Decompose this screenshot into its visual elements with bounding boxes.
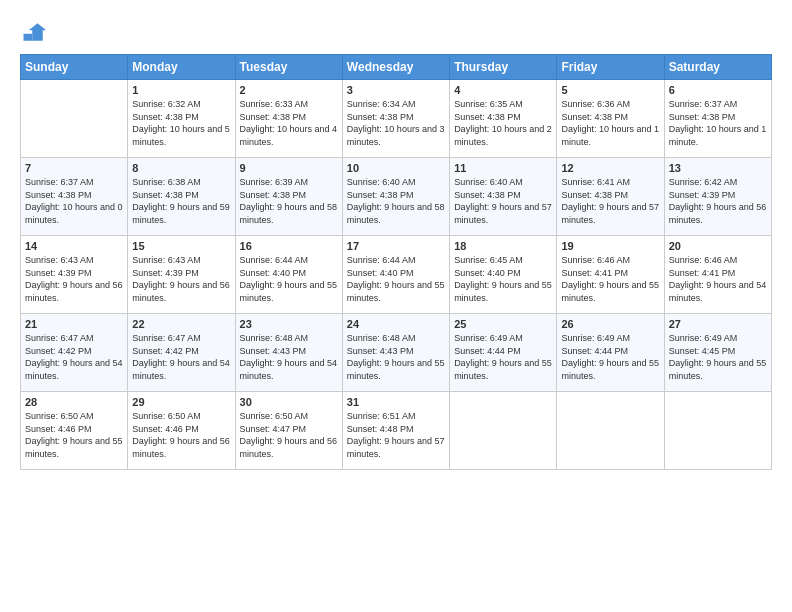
day-number: 19 bbox=[561, 240, 659, 252]
header-cell-sunday: Sunday bbox=[21, 55, 128, 80]
calendar-table: SundayMondayTuesdayWednesdayThursdayFrid… bbox=[20, 54, 772, 470]
day-info: Sunrise: 6:36 AMSunset: 4:38 PMDaylight:… bbox=[561, 98, 659, 148]
day-cell: 19Sunrise: 6:46 AMSunset: 4:41 PMDayligh… bbox=[557, 236, 664, 314]
calendar-page: SundayMondayTuesdayWednesdayThursdayFrid… bbox=[0, 0, 792, 612]
day-cell: 30Sunrise: 6:50 AMSunset: 4:47 PMDayligh… bbox=[235, 392, 342, 470]
day-info: Sunrise: 6:50 AMSunset: 4:46 PMDaylight:… bbox=[132, 410, 230, 460]
day-cell: 4Sunrise: 6:35 AMSunset: 4:38 PMDaylight… bbox=[450, 80, 557, 158]
day-cell: 17Sunrise: 6:44 AMSunset: 4:40 PMDayligh… bbox=[342, 236, 449, 314]
day-cell: 21Sunrise: 6:47 AMSunset: 4:42 PMDayligh… bbox=[21, 314, 128, 392]
day-cell bbox=[557, 392, 664, 470]
day-info: Sunrise: 6:48 AMSunset: 4:43 PMDaylight:… bbox=[240, 332, 338, 382]
day-cell bbox=[664, 392, 771, 470]
day-number: 26 bbox=[561, 318, 659, 330]
day-info: Sunrise: 6:44 AMSunset: 4:40 PMDaylight:… bbox=[347, 254, 445, 304]
day-info: Sunrise: 6:50 AMSunset: 4:46 PMDaylight:… bbox=[25, 410, 123, 460]
day-cell bbox=[21, 80, 128, 158]
day-cell: 1Sunrise: 6:32 AMSunset: 4:38 PMDaylight… bbox=[128, 80, 235, 158]
day-cell: 18Sunrise: 6:45 AMSunset: 4:40 PMDayligh… bbox=[450, 236, 557, 314]
calendar-header: SundayMondayTuesdayWednesdayThursdayFrid… bbox=[21, 55, 772, 80]
day-cell bbox=[450, 392, 557, 470]
day-number: 31 bbox=[347, 396, 445, 408]
day-info: Sunrise: 6:50 AMSunset: 4:47 PMDaylight:… bbox=[240, 410, 338, 460]
logo-icon bbox=[20, 18, 48, 46]
day-cell: 29Sunrise: 6:50 AMSunset: 4:46 PMDayligh… bbox=[128, 392, 235, 470]
day-number: 4 bbox=[454, 84, 552, 96]
day-info: Sunrise: 6:49 AMSunset: 4:45 PMDaylight:… bbox=[669, 332, 767, 382]
day-number: 10 bbox=[347, 162, 445, 174]
day-info: Sunrise: 6:35 AMSunset: 4:38 PMDaylight:… bbox=[454, 98, 552, 148]
day-info: Sunrise: 6:37 AMSunset: 4:38 PMDaylight:… bbox=[669, 98, 767, 148]
day-number: 3 bbox=[347, 84, 445, 96]
logo bbox=[20, 18, 52, 46]
day-info: Sunrise: 6:40 AMSunset: 4:38 PMDaylight:… bbox=[347, 176, 445, 226]
day-number: 12 bbox=[561, 162, 659, 174]
day-cell: 5Sunrise: 6:36 AMSunset: 4:38 PMDaylight… bbox=[557, 80, 664, 158]
calendar-body: 1Sunrise: 6:32 AMSunset: 4:38 PMDaylight… bbox=[21, 80, 772, 470]
day-cell: 8Sunrise: 6:38 AMSunset: 4:38 PMDaylight… bbox=[128, 158, 235, 236]
day-cell: 31Sunrise: 6:51 AMSunset: 4:48 PMDayligh… bbox=[342, 392, 449, 470]
day-cell: 22Sunrise: 6:47 AMSunset: 4:42 PMDayligh… bbox=[128, 314, 235, 392]
day-number: 25 bbox=[454, 318, 552, 330]
day-info: Sunrise: 6:38 AMSunset: 4:38 PMDaylight:… bbox=[132, 176, 230, 226]
day-info: Sunrise: 6:42 AMSunset: 4:39 PMDaylight:… bbox=[669, 176, 767, 226]
day-cell: 13Sunrise: 6:42 AMSunset: 4:39 PMDayligh… bbox=[664, 158, 771, 236]
day-cell: 2Sunrise: 6:33 AMSunset: 4:38 PMDaylight… bbox=[235, 80, 342, 158]
day-cell: 27Sunrise: 6:49 AMSunset: 4:45 PMDayligh… bbox=[664, 314, 771, 392]
day-number: 29 bbox=[132, 396, 230, 408]
day-number: 27 bbox=[669, 318, 767, 330]
day-cell: 14Sunrise: 6:43 AMSunset: 4:39 PMDayligh… bbox=[21, 236, 128, 314]
day-cell: 11Sunrise: 6:40 AMSunset: 4:38 PMDayligh… bbox=[450, 158, 557, 236]
day-number: 7 bbox=[25, 162, 123, 174]
day-info: Sunrise: 6:45 AMSunset: 4:40 PMDaylight:… bbox=[454, 254, 552, 304]
day-number: 6 bbox=[669, 84, 767, 96]
day-number: 11 bbox=[454, 162, 552, 174]
day-info: Sunrise: 6:37 AMSunset: 4:38 PMDaylight:… bbox=[25, 176, 123, 226]
day-number: 13 bbox=[669, 162, 767, 174]
day-number: 17 bbox=[347, 240, 445, 252]
header-cell-saturday: Saturday bbox=[664, 55, 771, 80]
day-info: Sunrise: 6:43 AMSunset: 4:39 PMDaylight:… bbox=[132, 254, 230, 304]
day-number: 20 bbox=[669, 240, 767, 252]
day-cell: 20Sunrise: 6:46 AMSunset: 4:41 PMDayligh… bbox=[664, 236, 771, 314]
day-info: Sunrise: 6:48 AMSunset: 4:43 PMDaylight:… bbox=[347, 332, 445, 382]
day-cell: 23Sunrise: 6:48 AMSunset: 4:43 PMDayligh… bbox=[235, 314, 342, 392]
week-row-4: 21Sunrise: 6:47 AMSunset: 4:42 PMDayligh… bbox=[21, 314, 772, 392]
header-cell-tuesday: Tuesday bbox=[235, 55, 342, 80]
header bbox=[20, 18, 772, 46]
day-info: Sunrise: 6:44 AMSunset: 4:40 PMDaylight:… bbox=[240, 254, 338, 304]
header-cell-monday: Monday bbox=[128, 55, 235, 80]
day-number: 23 bbox=[240, 318, 338, 330]
day-info: Sunrise: 6:43 AMSunset: 4:39 PMDaylight:… bbox=[25, 254, 123, 304]
week-row-5: 28Sunrise: 6:50 AMSunset: 4:46 PMDayligh… bbox=[21, 392, 772, 470]
day-number: 14 bbox=[25, 240, 123, 252]
day-number: 9 bbox=[240, 162, 338, 174]
day-info: Sunrise: 6:41 AMSunset: 4:38 PMDaylight:… bbox=[561, 176, 659, 226]
day-info: Sunrise: 6:46 AMSunset: 4:41 PMDaylight:… bbox=[669, 254, 767, 304]
day-number: 15 bbox=[132, 240, 230, 252]
day-info: Sunrise: 6:51 AMSunset: 4:48 PMDaylight:… bbox=[347, 410, 445, 460]
header-row: SundayMondayTuesdayWednesdayThursdayFrid… bbox=[21, 55, 772, 80]
day-number: 30 bbox=[240, 396, 338, 408]
week-row-3: 14Sunrise: 6:43 AMSunset: 4:39 PMDayligh… bbox=[21, 236, 772, 314]
day-info: Sunrise: 6:46 AMSunset: 4:41 PMDaylight:… bbox=[561, 254, 659, 304]
header-cell-friday: Friday bbox=[557, 55, 664, 80]
day-cell: 25Sunrise: 6:49 AMSunset: 4:44 PMDayligh… bbox=[450, 314, 557, 392]
day-cell: 24Sunrise: 6:48 AMSunset: 4:43 PMDayligh… bbox=[342, 314, 449, 392]
day-number: 16 bbox=[240, 240, 338, 252]
week-row-1: 1Sunrise: 6:32 AMSunset: 4:38 PMDaylight… bbox=[21, 80, 772, 158]
day-cell: 26Sunrise: 6:49 AMSunset: 4:44 PMDayligh… bbox=[557, 314, 664, 392]
day-number: 22 bbox=[132, 318, 230, 330]
day-number: 18 bbox=[454, 240, 552, 252]
day-info: Sunrise: 6:32 AMSunset: 4:38 PMDaylight:… bbox=[132, 98, 230, 148]
day-cell: 3Sunrise: 6:34 AMSunset: 4:38 PMDaylight… bbox=[342, 80, 449, 158]
day-info: Sunrise: 6:49 AMSunset: 4:44 PMDaylight:… bbox=[561, 332, 659, 382]
svg-rect-2 bbox=[24, 34, 33, 41]
header-cell-wednesday: Wednesday bbox=[342, 55, 449, 80]
day-number: 5 bbox=[561, 84, 659, 96]
day-number: 28 bbox=[25, 396, 123, 408]
day-cell: 12Sunrise: 6:41 AMSunset: 4:38 PMDayligh… bbox=[557, 158, 664, 236]
day-info: Sunrise: 6:39 AMSunset: 4:38 PMDaylight:… bbox=[240, 176, 338, 226]
day-info: Sunrise: 6:40 AMSunset: 4:38 PMDaylight:… bbox=[454, 176, 552, 226]
day-info: Sunrise: 6:47 AMSunset: 4:42 PMDaylight:… bbox=[132, 332, 230, 382]
